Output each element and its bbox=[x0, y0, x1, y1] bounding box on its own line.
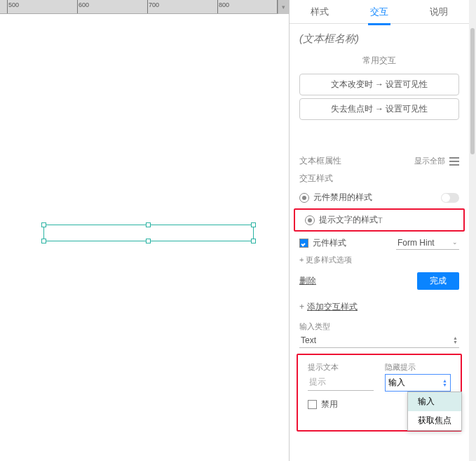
hamburger-icon[interactable] bbox=[449, 157, 459, 166]
stepper-icon: ▲▼ bbox=[453, 336, 458, 345]
disable-checkbox[interactable] bbox=[308, 400, 317, 409]
disabled-style-label: 元件禁用的样式 bbox=[313, 192, 441, 203]
disabled-style-row[interactable]: 元件禁用的样式 bbox=[290, 188, 469, 207]
input-type-value: Text bbox=[301, 335, 316, 345]
hide-hint-value: 输入 bbox=[388, 377, 405, 389]
disabled-style-toggle[interactable] bbox=[441, 193, 459, 203]
tab-notes-label: 说明 bbox=[430, 6, 448, 17]
input-type-select[interactable]: Text ▲▼ bbox=[299, 333, 459, 348]
ruler-corner-icon[interactable]: ▾ bbox=[278, 0, 289, 14]
target-icon bbox=[305, 215, 315, 225]
hint-text-input[interactable]: 提示 bbox=[308, 374, 374, 391]
dropdown-option-focus[interactable]: 获取焦点 bbox=[408, 411, 461, 430]
tab-interaction[interactable]: 交互 bbox=[349, 0, 409, 23]
textbox-properties-label: 文本框属性 bbox=[299, 155, 341, 167]
widget-style-label: 元件样式 bbox=[313, 237, 396, 249]
widget-style-checkbox[interactable] bbox=[299, 239, 308, 248]
widget-style-row: 元件样式 Form Hint ⌄ bbox=[290, 233, 469, 253]
hide-hint-label: 隐藏提示 bbox=[385, 361, 451, 374]
inspector-tabs: 样式 交互 说明 bbox=[290, 0, 469, 24]
tab-style[interactable]: 样式 bbox=[290, 0, 349, 23]
horizontal-ruler: 500 600 700 800 9 bbox=[0, 0, 289, 14]
add-interaction-style-link[interactable]: +添加交互样式 bbox=[290, 295, 469, 319]
text-style-icon[interactable]: T bbox=[378, 216, 383, 225]
hint-text-style-row[interactable]: 提示文字的样式 T bbox=[295, 210, 463, 230]
add-interaction-style-label: 添加交互样式 bbox=[307, 302, 358, 312]
delete-link[interactable]: 删除 bbox=[299, 275, 417, 287]
tab-style-label: 样式 bbox=[311, 6, 329, 17]
panel-scrollbar[interactable] bbox=[469, 0, 476, 461]
widget-name-input[interactable] bbox=[299, 32, 459, 44]
design-canvas[interactable]: 500 600 700 800 9 ▾ bbox=[0, 0, 290, 461]
scrollbar-thumb[interactable] bbox=[470, 28, 475, 154]
tab-notes[interactable]: 说明 bbox=[409, 0, 469, 23]
plus-icon: + bbox=[299, 302, 304, 312]
chevron-down-icon: ⌄ bbox=[452, 239, 458, 246]
done-button[interactable]: 完成 bbox=[417, 272, 459, 290]
target-icon bbox=[299, 193, 309, 203]
widget-style-value: Form Hint bbox=[397, 238, 435, 248]
widget-style-select[interactable]: Form Hint ⌄ bbox=[396, 236, 459, 250]
hint-text-style-label: 提示文字的样式 bbox=[319, 214, 378, 226]
tab-interaction-label: 交互 bbox=[370, 6, 388, 17]
interaction-lost-focus-button[interactable]: 失去焦点时 → 设置可见性 bbox=[299, 98, 459, 120]
selected-textfield-widget[interactable] bbox=[43, 225, 254, 241]
hide-hint-dropdown: 输入 获取焦点 bbox=[407, 392, 462, 431]
interaction-style-section-label: 交互样式 bbox=[299, 173, 333, 185]
hint-text-label: 提示文本 bbox=[308, 361, 374, 374]
common-interactions-label: 常用交互 bbox=[290, 49, 469, 71]
show-all-link[interactable]: 显示全部 bbox=[414, 156, 445, 166]
hide-hint-select[interactable]: 输入 ▲▼ bbox=[385, 374, 451, 392]
disable-label: 禁用 bbox=[321, 399, 338, 410]
inspector-panel: 样式 交互 说明 常用交互 文本改变时 → 设置可见性 失去焦点时 → 设置可见… bbox=[290, 0, 476, 461]
more-style-options-link[interactable]: + 更多样式选项 bbox=[290, 253, 469, 267]
interaction-text-change-button[interactable]: 文本改变时 → 设置可见性 bbox=[299, 74, 459, 95]
dropdown-option-input[interactable]: 输入 bbox=[408, 392, 461, 411]
input-type-label: 输入类型 bbox=[290, 319, 469, 332]
select-arrows-icon: ▲▼ bbox=[442, 379, 447, 387]
